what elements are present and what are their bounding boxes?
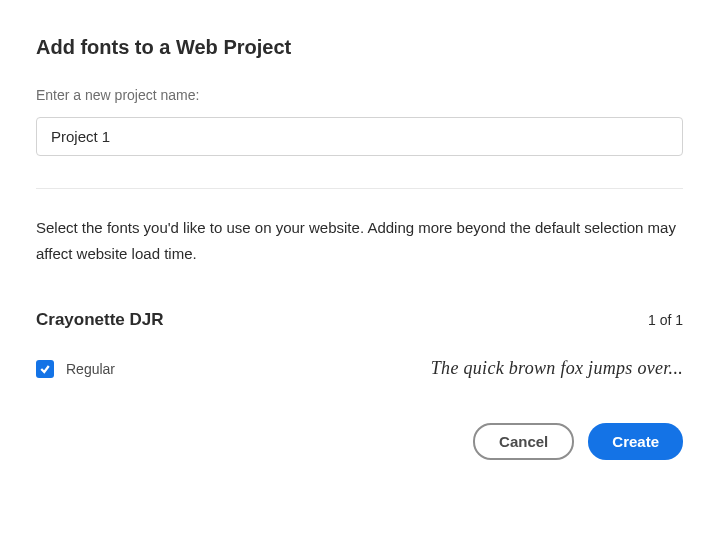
font-selection-description: Select the fonts you'd like to use on yo… [36, 215, 683, 266]
divider [36, 188, 683, 189]
font-variant: Regular [36, 360, 115, 378]
font-variant-checkbox[interactable] [36, 360, 54, 378]
project-name-input[interactable] [36, 117, 683, 156]
dialog-title: Add fonts to a Web Project [36, 36, 683, 59]
create-button[interactable]: Create [588, 423, 683, 460]
font-sample-text: The quick brown fox jumps over... [431, 358, 683, 379]
font-family-header: Crayonette DJR 1 of 1 [36, 310, 683, 330]
dialog-actions: Cancel Create [36, 423, 683, 460]
font-family-name: Crayonette DJR [36, 310, 164, 330]
check-icon [39, 363, 51, 375]
cancel-button[interactable]: Cancel [473, 423, 574, 460]
font-family-count: 1 of 1 [648, 312, 683, 328]
font-variant-label: Regular [66, 361, 115, 377]
project-name-label: Enter a new project name: [36, 87, 683, 103]
font-variant-row: Regular The quick brown fox jumps over..… [36, 358, 683, 379]
